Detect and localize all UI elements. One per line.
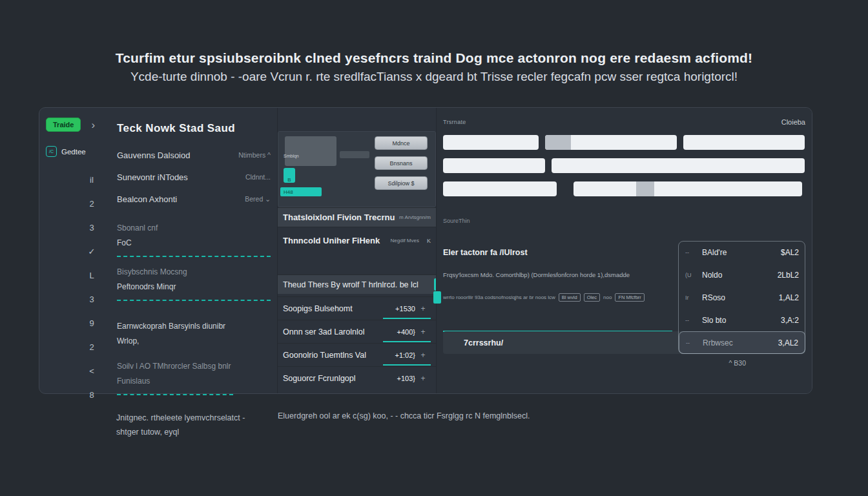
row-market: Rrbwsec — [703, 338, 778, 347]
sidebar-rail: Traide › /C Gedtee il 2 3 ✓ L 3 9 2 < 8 — [39, 108, 114, 393]
progress-bar: H48 — [280, 187, 322, 196]
price-cell: -- Slo bto 3,A:2 — [679, 309, 805, 331]
input-row — [443, 158, 805, 173]
list-item-label: Soopigs Bulsehomt — [283, 304, 380, 313]
price-cell: Ir RSoso 1,AL2 — [679, 286, 805, 309]
skeleton-bar — [340, 151, 369, 158]
row-name: Eler tactonr fa /lUlrost — [443, 248, 528, 257]
row-market: Slo bto — [702, 316, 781, 325]
menu-item-value: Bered ⌄ — [245, 195, 271, 203]
footer-note-line1: Jnitgnec. rtheleete lyemvchrselatct - — [116, 411, 245, 425]
close-button[interactable]: Cloieba — [781, 118, 805, 126]
rail-item[interactable]: 2 — [86, 335, 98, 359]
menu-sub-item[interactable]: Soilv l AO TMhrorcler Salbsg bnlr — [117, 358, 271, 373]
row-icon: Ir — [685, 294, 702, 301]
menu-item-value: Cldnnt... — [245, 173, 271, 181]
input-skeleton[interactable] — [545, 135, 677, 150]
row-icon: -- — [685, 317, 702, 324]
table-row[interactable]: Eler tactonr fa /lUlrost -- BAld're $AL2 — [443, 241, 805, 264]
user-avatar-icon: /C — [46, 146, 57, 157]
source-label: SoureThin — [443, 218, 805, 224]
menu-title: Teck Nowk Stad Saud — [117, 122, 271, 135]
price-cell: -- Rrbwsec 3,AL2 — [679, 331, 805, 354]
menu-item[interactable]: Sunevontr iNTodes Cldnnt... — [117, 166, 271, 188]
list-item[interactable]: Onnn ser 3ad Larolnlol +400} + — [278, 320, 436, 343]
input-skeleton[interactable] — [683, 135, 805, 150]
watchlist-table: Eler tactonr fa /lUlrost -- BAld're $AL2… — [443, 241, 805, 354]
input-skeleton[interactable] — [443, 158, 545, 173]
add-button[interactable]: + — [415, 327, 431, 336]
menu-sub-item[interactable]: Peftonodrs Minqr — [117, 279, 271, 294]
input-skeleton[interactable] — [574, 181, 802, 196]
table-row-selected[interactable]: 7crrssrhu/ -- Rrbwsec 3,AL2 — [443, 331, 805, 354]
rail-item[interactable]: il — [86, 168, 98, 192]
list-item-label: Theud Thers By wrolf T hrlnlrcd. be lcl — [283, 280, 431, 289]
menu-sub-item[interactable]: Bisybschnis Mocsng — [117, 264, 271, 279]
list-item[interactable]: Thnncold Uniher FiHenk Negdif Mves K — [278, 227, 436, 254]
add-button[interactable]: + — [415, 374, 431, 383]
watchlist-panel: Trsrnate Cloieba SoureThin Eler tactonr … — [436, 108, 812, 393]
menu-sub-item[interactable]: FoC — [117, 235, 271, 250]
skeleton-block — [285, 136, 336, 166]
row-badge: Bl wvld — [559, 293, 581, 302]
row-market: Noldo — [702, 271, 778, 280]
menu-sub-item[interactable]: Funislaus — [117, 373, 271, 388]
list-item-value: +103} — [380, 375, 415, 382]
add-button[interactable]: + — [415, 351, 431, 360]
row-badge: Olec — [584, 293, 600, 302]
input-skeleton[interactable] — [552, 158, 805, 173]
rail-item[interactable]: < — [86, 359, 98, 383]
rail-item[interactable]: 9 — [86, 311, 98, 335]
rail-item[interactable]: 2 — [86, 192, 98, 216]
row-market: RSoso — [702, 293, 779, 302]
chevron-right-icon[interactable]: › — [91, 119, 95, 130]
list-item-label: Soguorcr Fcrunlgopl — [283, 374, 380, 383]
list-item[interactable]: Thatsloixlonl Fivion Trecrnu m Arvtsgnn/… — [278, 207, 436, 227]
hero-line2: Ycde-turte dinnob - -oare Vcrun r. rte s… — [0, 70, 868, 84]
add-button[interactable]: + — [415, 304, 431, 313]
list-item[interactable]: Soopigs Bulsehomt +1530 + — [278, 296, 436, 320]
list-item-sub: Negdif Mves — [391, 238, 419, 243]
spacer — [117, 308, 271, 318]
row-price: 3,A:2 — [781, 316, 799, 325]
row-price: $AL2 — [781, 248, 799, 257]
menu-item[interactable]: Gauvenns Dalsoiod Ntimbers ^ — [117, 144, 271, 166]
expand-toggle[interactable]: ^ B30 — [443, 359, 805, 367]
table-row[interactable]: wrrto rooorllir 93a codsnofnoslqjhs ar b… — [443, 286, 805, 309]
rail-item[interactable]: L — [86, 264, 98, 287]
footer-note-right: Eluerdgreh ool ar ek c(sg) koo, - - chcc… — [278, 411, 530, 420]
input-skeleton[interactable] — [443, 181, 557, 196]
list-item[interactable]: Theud Thers By wrolf T hrlnlrcd. be lcl — [278, 274, 436, 294]
list-item-label: Thnncold Uniher FiHenk — [283, 236, 387, 245]
badge-icon: B — [284, 168, 295, 183]
list-item-label: Thatsloixlonl Fivion Trecrnu — [283, 212, 395, 222]
input-skeleton[interactable] — [443, 135, 539, 150]
menu-sub-item[interactable]: Wrlop, — [117, 333, 271, 348]
card-button[interactable]: Mdnce — [375, 136, 428, 150]
list-item[interactable]: Soguorcr Fcrunlgopl +103} + — [278, 366, 436, 389]
list-item-right: K — [427, 238, 431, 244]
rail-item[interactable]: 3 — [86, 216, 98, 240]
menu-item[interactable]: Bealcon Axhonti Bered ⌄ — [117, 188, 271, 210]
user-item[interactable]: /C Gedtee — [46, 146, 110, 157]
row-price: 3,AL2 — [778, 338, 798, 347]
spacer — [117, 348, 271, 358]
rail-item[interactable]: 3 — [86, 287, 98, 311]
trade-button[interactable]: Traide — [46, 118, 81, 132]
summary-card: Smblqn B H48 Mdnce Bnsnans Sdilpiow $ — [278, 131, 436, 207]
table-row[interactable]: Frqsy'loxcsm Mdo. Comorthlbp) (Dormlesfo… — [443, 264, 805, 286]
menu-sub-item[interactable]: Earnwckoprah Barsyinls diunibr — [117, 318, 271, 333]
main-panel: Traide › /C Gedtee il 2 3 ✓ L 3 9 2 < 8 … — [39, 107, 812, 394]
menu-sub-item[interactable]: Sbonanl cnf — [117, 220, 271, 235]
menu-item-value: Ntimbers ^ — [238, 151, 271, 159]
card-buttons: Mdnce Bnsnans Sdilpiow $ — [375, 136, 428, 190]
table-row[interactable]: -- Slo bto 3,A:2 — [443, 309, 805, 331]
row-name: Frqsy'loxcsm Mdo. Comorthlbp) (Dormlesfo… — [443, 271, 630, 278]
check-icon[interactable]: ✓ — [86, 240, 98, 264]
card-button[interactable]: Bnsnans — [375, 156, 428, 170]
menu-column: Teck Nowk Stad Saud Gauvenns Dalsoiod Nt… — [114, 108, 277, 393]
list-item[interactable]: Goonolrio Tuemtlns Val +1:02} + — [278, 343, 436, 366]
card-button[interactable]: Sdilpiow $ — [375, 176, 428, 190]
list-item-label: Onnn ser 3ad Larolnlol — [283, 327, 380, 336]
rail-item[interactable]: 8 — [86, 383, 98, 407]
